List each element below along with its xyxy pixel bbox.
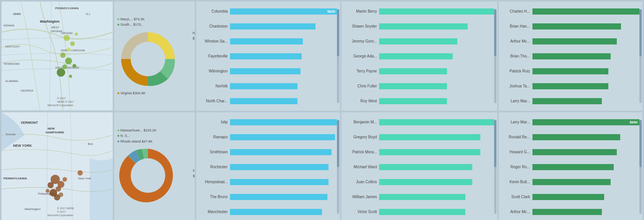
scroll-indicator-2[interactable] <box>494 9 496 103</box>
bar-fill <box>532 194 604 200</box>
bar-fill <box>532 23 621 30</box>
bar-label: Patrick Mora... <box>345 150 379 154</box>
donut-svg-1 <box>117 28 179 90</box>
legend-item-1b: ■ South... $170.. <box>117 22 145 27</box>
teal-bars-panel-2: Benjamin M... $16K Gregory Boyd $14K Pat… <box>342 112 497 220</box>
bar-container: $15K <box>379 38 494 44</box>
bar-container: $82K <box>230 8 337 15</box>
bar-label: Larry Mar... <box>502 99 532 103</box>
bar-fill <box>379 38 457 44</box>
bar-fill <box>379 149 480 155</box>
svg-point-23 <box>57 68 65 77</box>
bar-fill <box>230 83 297 89</box>
scroll-indicator-3[interactable] <box>639 9 642 103</box>
map-svg-1: OHIO INDIANA KENTUCKY TENNESSEE ALABAMA … <box>2 2 113 110</box>
bar-label: Victor Scott <box>345 210 379 214</box>
bar-container: $13K <box>379 164 494 170</box>
map-panel-2: VERMONT NEW HAMPSHIRE NEW YORK PENNSYLVA… <box>2 112 113 220</box>
bar-container: $22K <box>379 8 494 15</box>
teal-bar-row-2-3: Patrick Mora... $14K <box>345 148 494 156</box>
bar-fill <box>379 179 472 185</box>
green-bar-row-1-7: Larry Mar... $31K <box>502 97 639 105</box>
donut-svg-2 <box>117 145 179 206</box>
blue-bar-row-2-7: Manchester $56K <box>199 208 337 216</box>
bar-label: Manchester <box>199 210 230 214</box>
teal-bars-panel-1: Martin Berry $22K Shawn Snyder $17K Jere… <box>342 2 497 111</box>
teal-bar-row-1-3: Jeremy Gom... $15K <box>345 37 494 46</box>
bar-container: $13K <box>379 98 494 104</box>
bar-value: $66K <box>629 120 639 124</box>
bar-container: $52K <box>532 149 639 155</box>
svg-text:VERMONT: VERMONT <box>21 121 38 125</box>
teal-bar-row-1-1: Martin Berry $22K <box>345 7 494 16</box>
svg-point-48 <box>54 194 60 200</box>
bar-label: Joshua Ta... <box>502 84 532 88</box>
blue-bar-row-2-3: Smithtown $62K <box>199 148 337 156</box>
bar-container: $34K <box>532 68 639 74</box>
donut-panel-2: ■ Massachuse... $153.2K ■ N. S... ■ Rhod… <box>114 112 195 220</box>
bar-container: $13K <box>379 83 494 89</box>
scroll-thumb-2 <box>494 9 496 56</box>
green-bar-row-2-4: Roger Ro... $50K <box>502 163 639 171</box>
green-bar-row-1-4: Brian Tho... $35K <box>502 52 639 61</box>
bar-fill <box>230 38 303 44</box>
bar-container: $14K <box>379 134 494 140</box>
green-bars-panel-1: Charles H... $48K Brian Han... $40K Arth… <box>499 2 642 111</box>
svg-text:© 2017: © 2017 <box>57 210 66 213</box>
bar-label: Patrick Ruiz <box>502 69 532 73</box>
bar-fill <box>532 8 639 15</box>
bar-container: $48K <box>532 8 639 15</box>
svg-point-18 <box>75 33 78 36</box>
svg-text:INDIANA: INDIANA <box>3 24 15 27</box>
legend-item-1d: ■ Virginia $304.8K <box>117 90 146 96</box>
bar-label: Gregory Boyd <box>345 135 379 139</box>
bar-fill <box>379 209 465 215</box>
bar-fill <box>379 53 453 59</box>
legend-item-1c: North ... <box>192 30 195 36</box>
bar-container: $34K <box>532 83 639 89</box>
bar-container: $35K <box>532 53 639 59</box>
scroll-indicator-4[interactable] <box>337 120 339 214</box>
green-bar-row-1-3: Arthur Mc... $38K <box>502 37 639 46</box>
bar-label: The Bronx <box>199 195 230 199</box>
legend-item-1a: ■ MaryL... $74.3K <box>117 16 145 22</box>
bar-label: Larry Mar... <box>502 120 532 124</box>
blue-bar-row-2-1: Islip $65K <box>199 118 337 126</box>
donut-legend-bottom-1: ■ Virginia $304.8K <box>117 90 146 96</box>
scroll-indicator-1[interactable] <box>337 9 339 103</box>
scroll-thumb-4 <box>337 120 339 167</box>
bar-fill <box>379 98 447 104</box>
svg-text:VIRGINIA: VIRGINIA <box>51 30 62 33</box>
legend-item-2c: ■ Rhode Island $47.8K <box>117 139 156 144</box>
bar-label: George Ada... <box>345 54 379 58</box>
donut-panel-1: ■ MaryL... $74.3K ■ South... $170.. <box>114 2 195 111</box>
bar-row-1-1: Columbia $82K <box>199 7 337 16</box>
bar-fill <box>379 23 467 30</box>
green-bar-row-2-7: Arthur Mc... $43K <box>502 208 639 216</box>
bar-container: $56K <box>230 38 337 44</box>
teal-bar-row-2-2: Gregory Boyd $14K <box>345 133 494 141</box>
bar-fill <box>230 68 301 74</box>
svg-text:N.J.: N.J. <box>86 13 91 15</box>
green-bar-row-1-6: Joshua Ta... $34K <box>502 82 639 90</box>
bar-label: Wilmington <box>199 69 230 73</box>
svg-text:HAMPSHIRE: HAMPSHIRE <box>46 131 64 134</box>
svg-text:KENTUCKY: KENTUCKY <box>5 45 20 48</box>
donut-legend-2: ■ Massachuse... $153.2K ■ N. S... ■ Rhod… <box>117 128 156 144</box>
scroll-indicator-5[interactable] <box>494 120 496 214</box>
scroll-indicator-6[interactable] <box>639 120 642 214</box>
bar-label: Chris Fuller <box>345 84 379 88</box>
donut-wrapper-1: ■ MaryL... $74.3K ■ South... $170.. <box>117 16 192 96</box>
bar-fill <box>230 23 315 30</box>
blue-bar-row-2-5: Hempstead... $60K <box>199 178 337 186</box>
bar-container: $59K <box>230 194 337 200</box>
bar-row-1-6: Norfolk $52K <box>199 82 337 90</box>
donut-legend-1: ■ MaryL... $74.3K ■ South... $170.. <box>117 16 145 28</box>
bar-label: Benjamin M... <box>345 120 379 124</box>
bar-container: $56K <box>230 209 337 215</box>
bar-container: $66K <box>230 23 337 30</box>
green-bars-panel-2: Larry Mar... $66K Ronald Re... $54K Howa… <box>499 112 642 220</box>
svg-text:WEST: WEST <box>51 26 59 29</box>
legend-item-2d: New York <box>193 168 195 173</box>
svg-point-15 <box>64 35 70 41</box>
